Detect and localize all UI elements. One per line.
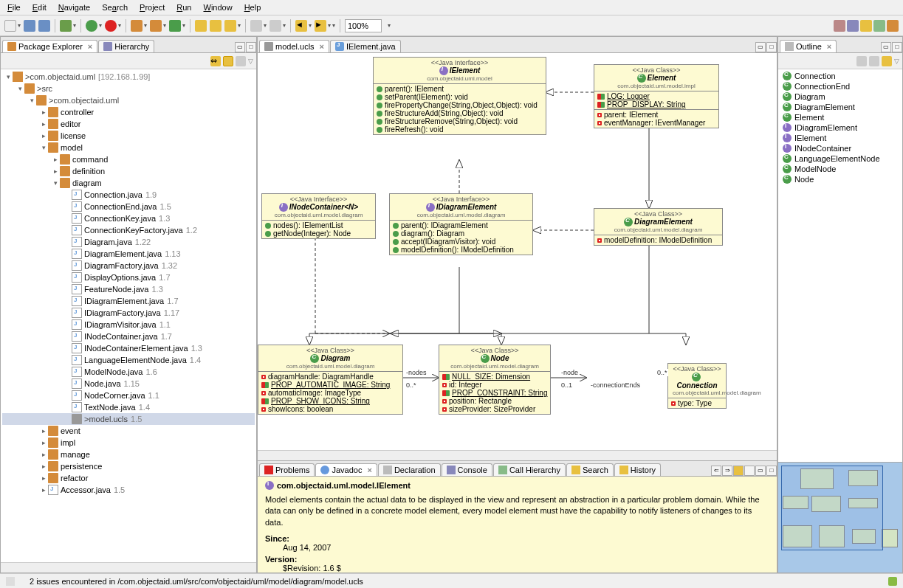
back-icon[interactable]: ◄	[295, 20, 307, 32]
tree-file[interactable]: DiagramElement.java1.13	[2, 248, 255, 260]
tab-call-hierarchy[interactable]: Call Hierarchy	[493, 463, 566, 476]
model-ucls-file[interactable]: >model.ucls1.5	[2, 413, 255, 425]
filter-icon[interactable]	[236, 56, 246, 66]
close-icon[interactable]: ×	[88, 42, 92, 51]
maximize-icon[interactable]: □	[246, 42, 256, 52]
tree-file[interactable]: FeatureNode.java1.3	[2, 283, 255, 295]
uml-diagram[interactable]: <<Java Class>>Diagramcom.objectaid.uml.m…	[258, 345, 403, 415]
tree-file[interactable]: NodeCorner.java1.1	[2, 390, 255, 401]
tree-file[interactable]: ConnectionKey.java1.3	[2, 212, 255, 224]
close-icon[interactable]: ×	[827, 42, 831, 51]
menu-help[interactable]: Help	[240, 1, 266, 13]
diagram-canvas[interactable]: <<Java Interface>>IElementcom.objectaid.…	[258, 53, 777, 450]
persp1-icon[interactable]	[834, 20, 845, 32]
outline-item[interactable]: ModelNode	[780, 164, 901, 174]
tab-package-explorer[interactable]: Package Explorer×	[2, 40, 97, 52]
link-icon[interactable]	[223, 56, 233, 66]
minimize-icon[interactable]: ▭	[881, 42, 891, 52]
tab-history[interactable]: History	[614, 463, 661, 476]
outline-item[interactable]: DiagramElement	[780, 102, 901, 112]
filter-icon[interactable]	[869, 56, 879, 66]
outline-item[interactable]: ConnectionEnd	[780, 81, 901, 91]
persp4-icon[interactable]	[873, 20, 885, 32]
tab-ielement-java[interactable]: IElement.java	[330, 40, 401, 52]
outline-list[interactable]: ConnectionConnectionEndDiagramDiagramEle…	[778, 69, 902, 462]
tab-search[interactable]: Search	[566, 463, 614, 476]
menu-edit[interactable]: Edit	[28, 1, 51, 13]
tree-file[interactable]: TextNode.java1.4	[2, 401, 255, 413]
tree-file[interactable]: INodeContainerElement.java1.3	[2, 342, 255, 354]
tab-hierarchy[interactable]: Hierarchy	[98, 40, 154, 52]
tree-file[interactable]: DiagramFactory.java1.32	[2, 260, 255, 271]
tree-folder[interactable]: ▸command	[2, 153, 255, 165]
tree-folder[interactable]: ▾model	[2, 142, 255, 153]
menu-window[interactable]: Window	[199, 1, 236, 13]
maximize-icon[interactable]: □	[766, 42, 777, 52]
outline-item[interactable]: Element	[780, 112, 901, 122]
outline-item[interactable]: IElement	[780, 133, 901, 143]
search-icon[interactable]	[224, 20, 236, 32]
nav-icon[interactable]	[250, 20, 262, 32]
uml-connection[interactable]: <<Java Class>>Connectioncom.objectaid.um…	[667, 363, 727, 409]
zoom-input[interactable]	[345, 19, 382, 32]
gc-icon[interactable]	[888, 577, 897, 586]
tree-file[interactable]: IDiagramFactory.java1.17	[2, 307, 255, 319]
maximize-icon[interactable]: □	[892, 42, 902, 52]
open-task-icon[interactable]	[210, 20, 222, 32]
nav-fwd-icon[interactable]: ⇒	[722, 466, 732, 476]
save-icon[interactable]	[24, 20, 35, 32]
tree-folder[interactable]: ▸event	[2, 425, 255, 437]
uml-idiagramelement[interactable]: <<Java Interface>>IDiagramElementcom.obj…	[389, 193, 533, 255]
close-icon[interactable]: ×	[320, 42, 324, 51]
tree-file[interactable]: ConnectionEnd.java1.5	[2, 201, 255, 212]
minimize-icon[interactable]: ▭	[235, 42, 245, 52]
tree-folder[interactable]: ▸license	[2, 130, 255, 142]
tree-file[interactable]: DisplayOptions.java1.7	[2, 271, 255, 283]
tab-model-ucls[interactable]: model.ucls×	[259, 40, 329, 52]
tree-file[interactable]: IDiagramVisitor.java1.1	[2, 319, 255, 331]
tree-folder[interactable]: ▸definition	[2, 165, 255, 177]
tree-file[interactable]: ConnectionKeyFactory.java1.2	[2, 224, 255, 236]
tree-file[interactable]: LanguageElementNode.java1.4	[2, 354, 255, 366]
persp2-icon[interactable]	[847, 20, 859, 32]
forward-icon[interactable]: ►	[315, 20, 326, 32]
tree-folder[interactable]: ▾diagram	[2, 177, 255, 189]
package-tree[interactable]: ▾>com.objectaid.uml[192.168.1.99] ▾>src …	[1, 69, 256, 562]
maximize-icon[interactable]: □	[766, 466, 777, 476]
uml-inodecontainer[interactable]: <<Java Interface>>INodeContainer<N>com.o…	[261, 193, 376, 239]
open-type-icon[interactable]	[195, 20, 207, 32]
scrollbar-h[interactable]	[1, 562, 256, 573]
persp5-icon[interactable]	[887, 20, 899, 32]
nav2-icon[interactable]	[269, 20, 281, 32]
new-class-icon[interactable]	[150, 20, 162, 32]
tree-file[interactable]: IDiagramElement.java1.7	[2, 295, 255, 307]
uml-diagramelement[interactable]: <<Java Class>>DiagramElementcom.objectai…	[594, 208, 723, 246]
tree-file[interactable]: ModelNode.java1.6	[2, 366, 255, 378]
minimize-icon[interactable]: ▭	[755, 42, 766, 52]
hide-icon[interactable]	[882, 56, 892, 66]
new-icon[interactable]	[4, 20, 16, 32]
tree-folder[interactable]: ▸impl	[2, 437, 255, 449]
new-pkg-icon[interactable]	[131, 20, 143, 32]
menu-project[interactable]: Project	[135, 1, 169, 13]
close-icon[interactable]: ×	[367, 466, 371, 474]
tree-folder[interactable]: ▸controller	[2, 106, 255, 118]
outline-thumbnail[interactable]	[778, 462, 902, 573]
tab-console[interactable]: Console	[442, 463, 492, 476]
open-icon[interactable]	[744, 466, 755, 476]
sort-icon[interactable]	[856, 56, 867, 66]
uml-node[interactable]: <<Java Class>>Nodecom.objectaid.uml.mode…	[439, 345, 551, 415]
tab-outline[interactable]: Outline×	[780, 40, 837, 52]
persp3-icon[interactable]	[860, 20, 872, 32]
tab-declaration[interactable]: Declaration	[378, 463, 441, 476]
refresh-icon[interactable]	[169, 20, 181, 32]
tree-folder[interactable]: ▸refactor	[2, 472, 255, 484]
outline-item[interactable]: LanguageElementNode	[780, 153, 901, 164]
scrollbar-h[interactable]	[258, 450, 777, 460]
collapse-icon[interactable]: ⇔	[210, 56, 221, 66]
tree-folder[interactable]: ▸persistence	[2, 460, 255, 472]
debug-icon[interactable]	[60, 20, 72, 32]
menu-run[interactable]: Run	[172, 1, 196, 13]
tree-folder[interactable]: ▸manage	[2, 449, 255, 460]
minimize-icon[interactable]: ▭	[755, 466, 766, 476]
